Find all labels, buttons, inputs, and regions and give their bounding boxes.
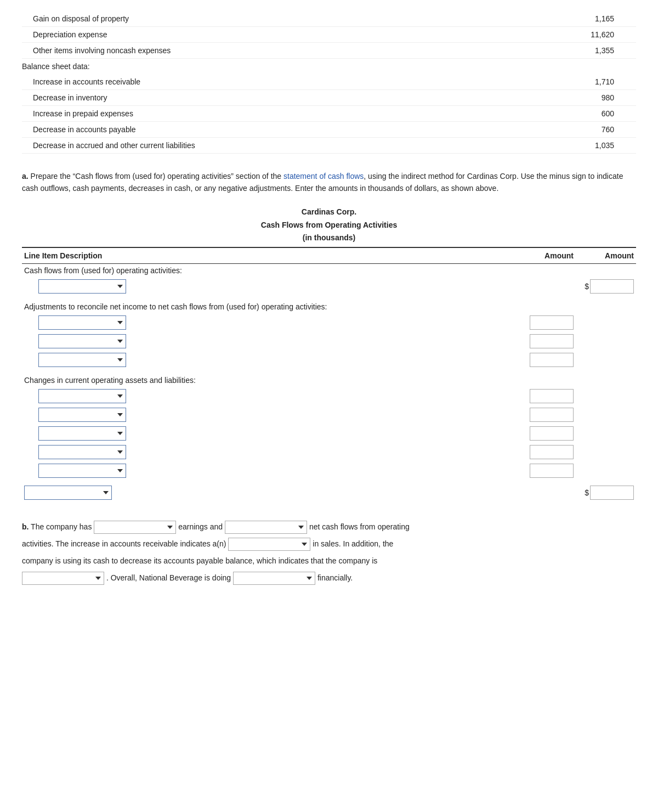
change-1-total-cell <box>576 387 636 405</box>
net-income-input[interactable] <box>590 279 634 294</box>
part-b-label: b. <box>22 522 29 531</box>
row-label: Increase in accounts receivable <box>22 77 570 86</box>
table-row: Increase in prepaid expenses 600 <box>22 106 636 122</box>
total-amount1-cell <box>515 480 576 502</box>
change-5-input[interactable] <box>530 464 574 478</box>
instructions-text: a. Prepare the “Cash flows from (used fo… <box>22 170 636 195</box>
change-3-dropdown[interactable] <box>38 426 126 441</box>
section-b-text3: net cash flows from operating <box>309 522 410 531</box>
operating-activities-row: Cash flows from (used for) operating act… <box>22 264 636 278</box>
operating-amount2-cell <box>576 264 636 278</box>
section-b-text8: financially. <box>317 573 353 582</box>
change-row-2 <box>22 405 636 424</box>
row-label: Other items involving noncash expenses <box>22 46 570 55</box>
total-input[interactable] <box>590 486 634 500</box>
earnings-dropdown[interactable] <box>94 521 176 534</box>
change-row-3 <box>22 424 636 443</box>
change-3-total-cell <box>576 424 636 443</box>
change-4-dropdown-cell <box>22 443 515 461</box>
net-cash-flows-dropdown[interactable] <box>225 521 307 534</box>
change-1-amount-cell <box>515 387 576 405</box>
change-row-4 <box>22 443 636 461</box>
adjustment-3-input[interactable] <box>530 353 574 367</box>
row-label: Decrease in inventory <box>22 93 570 102</box>
section-b-line3: company is using its cash to decrease it… <box>22 552 636 569</box>
table-row: Decrease in inventory 980 <box>22 90 636 106</box>
form-table-title: Cardinas Corp. Cash Flows from Operating… <box>22 206 636 245</box>
adjustment-1-amount-cell <box>515 313 576 332</box>
change-5-dropdown[interactable] <box>38 464 126 478</box>
adjustment-1-input[interactable] <box>530 315 574 330</box>
change-3-dropdown-cell <box>22 424 515 443</box>
change-row-1 <box>22 387 636 405</box>
adjustment-2-dropdown[interactable] <box>38 334 126 348</box>
row-value: 980 <box>570 93 636 102</box>
change-4-amount-cell <box>515 443 576 461</box>
row-value: 11,620 <box>570 30 636 39</box>
adjustment-3-dropdown[interactable] <box>38 353 126 367</box>
change-4-dropdown[interactable] <box>38 445 126 459</box>
row-value: 760 <box>570 125 636 134</box>
change-2-dropdown[interactable] <box>38 408 126 422</box>
adjustment-3-total-cell <box>576 351 636 369</box>
adjustment-2-input[interactable] <box>530 334 574 348</box>
change-row-5 <box>22 461 636 480</box>
section-b-line2: activities. The increase in accounts rec… <box>22 535 636 552</box>
net-income-amount1-cell <box>515 277 576 296</box>
instructions-part1: Prepare the “Cash flows from (used for) … <box>31 172 283 181</box>
total-dropdown[interactable] <box>24 486 112 500</box>
adjustment-row-1 <box>22 313 636 332</box>
adjustment-1-dropdown[interactable] <box>38 315 126 330</box>
section-header-label: Balance sheet data: <box>22 62 570 71</box>
adjustments-label: Adjustments to reconcile net income to n… <box>22 296 636 313</box>
adjustment-2-dropdown-cell <box>22 332 515 351</box>
adjustment-1-total-cell <box>576 313 636 332</box>
part-a-label: a. <box>22 172 29 181</box>
net-income-dropdown-cell <box>22 277 515 296</box>
row-label: Depreciation expense <box>22 30 570 39</box>
in-sales-dropdown[interactable] <box>228 538 310 551</box>
table-header-row: Line Item Description Amount Amount <box>22 247 636 264</box>
adjustment-row-3 <box>22 351 636 369</box>
row-value: 600 <box>570 109 636 118</box>
adjustments-row: Adjustments to reconcile net income to n… <box>22 296 636 313</box>
top-data-table: Gain on disposal of property 1,165 Depre… <box>22 11 636 154</box>
change-2-total-cell <box>576 405 636 424</box>
title-line1: Cardinas Corp. <box>22 206 636 219</box>
table-row: Other items involving noncash expenses 1… <box>22 43 636 59</box>
change-1-dropdown[interactable] <box>38 389 126 403</box>
net-income-row: $ <box>22 277 636 296</box>
adjustment-3-amount-cell <box>515 351 576 369</box>
table-row: Depreciation expense 11,620 <box>22 27 636 43</box>
dollar-sign-1: $ <box>585 282 589 291</box>
section-b-line4: . Overall, National Beverage is doing fi… <box>22 569 636 587</box>
change-2-dropdown-cell <box>22 405 515 424</box>
statement-link[interactable]: statement of cash flows <box>283 172 364 181</box>
financially-dropdown[interactable] <box>233 572 315 585</box>
change-5-amount-cell <box>515 461 576 480</box>
row-value: 1,710 <box>570 77 636 86</box>
section-b: b. The company has earnings and net cash… <box>22 518 636 586</box>
change-1-input[interactable] <box>530 389 574 403</box>
section-b-text4: activities. The increase in accounts rec… <box>22 539 228 548</box>
title-line3: (in thousands) <box>22 232 636 245</box>
col-header-amount2: Amount <box>576 247 636 264</box>
net-income-dropdown[interactable] <box>38 279 126 294</box>
change-2-input[interactable] <box>530 408 574 422</box>
section-b-text2: earnings and <box>178 522 225 531</box>
change-1-dropdown-cell <box>22 387 515 405</box>
net-income-amount2-cell: $ <box>576 277 636 296</box>
title-line2: Cash Flows from Operating Activities <box>22 219 636 232</box>
change-5-dropdown-cell <box>22 461 515 480</box>
change-4-input[interactable] <box>530 445 574 459</box>
row-label: Gain on disposal of property <box>22 14 570 23</box>
table-row: Increase in accounts receivable 1,710 <box>22 74 636 90</box>
section-b-line1: b. The company has earnings and net cash… <box>22 518 636 535</box>
change-3-amount-cell <box>515 424 576 443</box>
company-doing-dropdown[interactable] <box>22 572 104 585</box>
section-header-row: Balance sheet data: <box>22 59 636 74</box>
adjustment-1-dropdown-cell <box>22 313 515 332</box>
change-3-input[interactable] <box>530 426 574 441</box>
cash-flow-form-table: Line Item Description Amount Amount Cash… <box>22 247 636 502</box>
adjustment-3-dropdown-cell <box>22 351 515 369</box>
